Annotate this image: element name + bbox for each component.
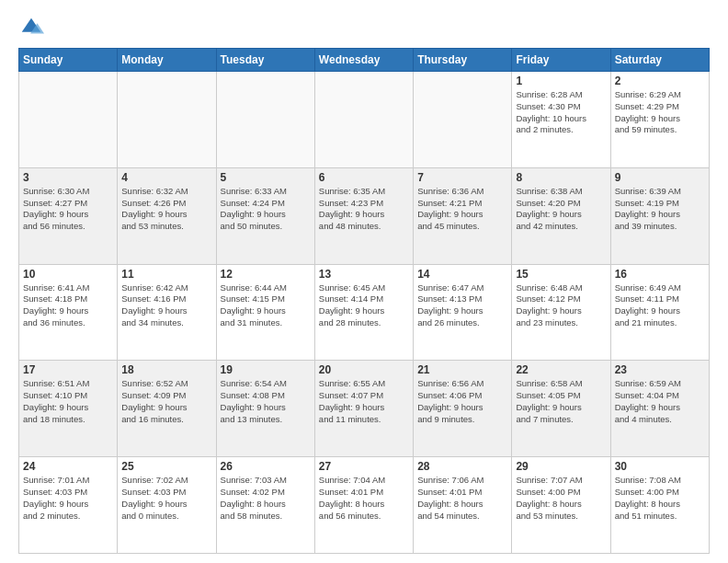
calendar-cell	[414, 72, 512, 168]
calendar-cell: 14Sunrise: 6:47 AM Sunset: 4:13 PM Dayli…	[414, 264, 512, 361]
weekday-header-tuesday: Tuesday	[216, 49, 314, 72]
weekday-header-row: SundayMondayTuesdayWednesdayThursdayFrid…	[19, 49, 710, 72]
day-number: 22	[516, 363, 606, 376]
weekday-header-friday: Friday	[512, 49, 610, 72]
day-number: 5	[221, 171, 311, 184]
day-number: 8	[516, 171, 606, 184]
calendar-cell: 23Sunrise: 6:59 AM Sunset: 4:04 PM Dayli…	[610, 361, 709, 457]
calendar-cell: 9Sunrise: 6:39 AM Sunset: 4:19 PM Daylig…	[610, 167, 709, 264]
day-number: 16	[615, 268, 705, 281]
day-number: 10	[23, 268, 113, 281]
day-number: 20	[319, 363, 409, 376]
day-info: Sunrise: 6:41 AM Sunset: 4:18 PM Dayligh…	[23, 282, 113, 329]
calendar-cell: 3Sunrise: 6:30 AM Sunset: 4:27 PM Daylig…	[19, 167, 118, 264]
calendar-cell: 27Sunrise: 7:04 AM Sunset: 4:01 PM Dayli…	[314, 457, 413, 554]
calendar-cell: 5Sunrise: 6:33 AM Sunset: 4:24 PM Daylig…	[216, 167, 314, 264]
day-info: Sunrise: 7:01 AM Sunset: 4:03 PM Dayligh…	[23, 475, 113, 522]
calendar-cell: 20Sunrise: 6:55 AM Sunset: 4:07 PM Dayli…	[314, 361, 413, 457]
week-row-2: 3Sunrise: 6:30 AM Sunset: 4:27 PM Daylig…	[19, 167, 710, 264]
calendar-cell: 25Sunrise: 7:02 AM Sunset: 4:03 PM Dayli…	[118, 457, 216, 554]
calendar-table: SundayMondayTuesdayWednesdayThursdayFrid…	[18, 48, 710, 554]
calendar-cell: 29Sunrise: 7:07 AM Sunset: 4:00 PM Dayli…	[512, 457, 610, 554]
day-info: Sunrise: 6:28 AM Sunset: 4:30 PM Dayligh…	[516, 89, 606, 136]
day-number: 19	[221, 363, 311, 376]
day-info: Sunrise: 6:59 AM Sunset: 4:04 PM Dayligh…	[615, 378, 705, 425]
day-number: 17	[23, 363, 113, 376]
calendar-cell: 10Sunrise: 6:41 AM Sunset: 4:18 PM Dayli…	[19, 264, 118, 361]
calendar-cell: 16Sunrise: 6:49 AM Sunset: 4:11 PM Dayli…	[610, 264, 709, 361]
day-number: 11	[121, 268, 211, 281]
day-info: Sunrise: 6:49 AM Sunset: 4:11 PM Dayligh…	[615, 282, 705, 329]
day-info: Sunrise: 7:06 AM Sunset: 4:01 PM Dayligh…	[417, 475, 507, 522]
day-info: Sunrise: 6:58 AM Sunset: 4:05 PM Dayligh…	[516, 378, 606, 425]
logo	[18, 15, 48, 40]
day-number: 30	[615, 460, 705, 473]
day-info: Sunrise: 7:03 AM Sunset: 4:02 PM Dayligh…	[221, 475, 311, 522]
page: SundayMondayTuesdayWednesdayThursdayFrid…	[0, 0, 728, 563]
weekday-header-sunday: Sunday	[19, 49, 118, 72]
day-number: 23	[615, 363, 705, 376]
day-info: Sunrise: 6:44 AM Sunset: 4:15 PM Dayligh…	[221, 282, 311, 329]
logo-icon	[18, 15, 44, 40]
day-info: Sunrise: 6:32 AM Sunset: 4:26 PM Dayligh…	[121, 186, 211, 233]
day-info: Sunrise: 6:35 AM Sunset: 4:23 PM Dayligh…	[319, 186, 409, 233]
day-info: Sunrise: 6:51 AM Sunset: 4:10 PM Dayligh…	[23, 378, 113, 425]
day-info: Sunrise: 6:38 AM Sunset: 4:20 PM Dayligh…	[516, 186, 606, 233]
calendar-cell: 13Sunrise: 6:45 AM Sunset: 4:14 PM Dayli…	[314, 264, 413, 361]
week-row-3: 10Sunrise: 6:41 AM Sunset: 4:18 PM Dayli…	[19, 264, 710, 361]
day-number: 12	[221, 268, 311, 281]
day-number: 14	[417, 268, 507, 281]
calendar-cell: 1Sunrise: 6:28 AM Sunset: 4:30 PM Daylig…	[512, 72, 610, 168]
day-number: 15	[516, 268, 606, 281]
calendar-cell: 17Sunrise: 6:51 AM Sunset: 4:10 PM Dayli…	[19, 361, 118, 457]
day-number: 18	[121, 363, 211, 376]
day-info: Sunrise: 6:42 AM Sunset: 4:16 PM Dayligh…	[121, 282, 211, 329]
calendar-cell: 28Sunrise: 7:06 AM Sunset: 4:01 PM Dayli…	[414, 457, 512, 554]
week-row-4: 17Sunrise: 6:51 AM Sunset: 4:10 PM Dayli…	[19, 361, 710, 457]
day-info: Sunrise: 6:36 AM Sunset: 4:21 PM Dayligh…	[417, 186, 507, 233]
calendar-cell: 18Sunrise: 6:52 AM Sunset: 4:09 PM Dayli…	[118, 361, 216, 457]
day-number: 29	[516, 460, 606, 473]
calendar-cell: 30Sunrise: 7:08 AM Sunset: 4:00 PM Dayli…	[610, 457, 709, 554]
calendar-cell: 26Sunrise: 7:03 AM Sunset: 4:02 PM Dayli…	[216, 457, 314, 554]
calendar-cell	[118, 72, 216, 168]
day-number: 27	[319, 460, 409, 473]
day-number: 24	[23, 460, 113, 473]
week-row-5: 24Sunrise: 7:01 AM Sunset: 4:03 PM Dayli…	[19, 457, 710, 554]
day-info: Sunrise: 7:02 AM Sunset: 4:03 PM Dayligh…	[121, 475, 211, 522]
calendar-cell: 22Sunrise: 6:58 AM Sunset: 4:05 PM Dayli…	[512, 361, 610, 457]
day-info: Sunrise: 6:30 AM Sunset: 4:27 PM Dayligh…	[23, 186, 113, 233]
calendar-cell	[216, 72, 314, 168]
day-number: 7	[417, 171, 507, 184]
weekday-header-saturday: Saturday	[610, 49, 709, 72]
calendar-cell: 12Sunrise: 6:44 AM Sunset: 4:15 PM Dayli…	[216, 264, 314, 361]
calendar-cell: 21Sunrise: 6:56 AM Sunset: 4:06 PM Dayli…	[414, 361, 512, 457]
calendar-cell	[19, 72, 118, 168]
calendar-cell: 19Sunrise: 6:54 AM Sunset: 4:08 PM Dayli…	[216, 361, 314, 457]
calendar-cell: 6Sunrise: 6:35 AM Sunset: 4:23 PM Daylig…	[314, 167, 413, 264]
calendar-cell: 15Sunrise: 6:48 AM Sunset: 4:12 PM Dayli…	[512, 264, 610, 361]
day-number: 25	[121, 460, 211, 473]
day-number: 9	[615, 171, 705, 184]
calendar-cell: 7Sunrise: 6:36 AM Sunset: 4:21 PM Daylig…	[414, 167, 512, 264]
day-number: 13	[319, 268, 409, 281]
calendar-cell: 11Sunrise: 6:42 AM Sunset: 4:16 PM Dayli…	[118, 264, 216, 361]
calendar-cell: 4Sunrise: 6:32 AM Sunset: 4:26 PM Daylig…	[118, 167, 216, 264]
day-info: Sunrise: 7:08 AM Sunset: 4:00 PM Dayligh…	[615, 475, 705, 522]
calendar-cell: 2Sunrise: 6:29 AM Sunset: 4:29 PM Daylig…	[610, 72, 709, 168]
day-number: 1	[516, 75, 606, 87]
day-number: 6	[319, 171, 409, 184]
calendar-cell	[314, 72, 413, 168]
day-info: Sunrise: 7:04 AM Sunset: 4:01 PM Dayligh…	[319, 475, 409, 522]
day-info: Sunrise: 6:29 AM Sunset: 4:29 PM Dayligh…	[615, 89, 705, 136]
day-info: Sunrise: 6:48 AM Sunset: 4:12 PM Dayligh…	[516, 282, 606, 329]
day-info: Sunrise: 6:45 AM Sunset: 4:14 PM Dayligh…	[319, 282, 409, 329]
week-row-1: 1Sunrise: 6:28 AM Sunset: 4:30 PM Daylig…	[19, 72, 710, 168]
day-info: Sunrise: 6:56 AM Sunset: 4:06 PM Dayligh…	[417, 378, 507, 425]
day-info: Sunrise: 6:47 AM Sunset: 4:13 PM Dayligh…	[417, 282, 507, 329]
day-number: 28	[417, 460, 507, 473]
day-info: Sunrise: 6:54 AM Sunset: 4:08 PM Dayligh…	[221, 378, 311, 425]
day-number: 4	[121, 171, 211, 184]
weekday-header-thursday: Thursday	[414, 49, 512, 72]
day-number: 3	[23, 171, 113, 184]
